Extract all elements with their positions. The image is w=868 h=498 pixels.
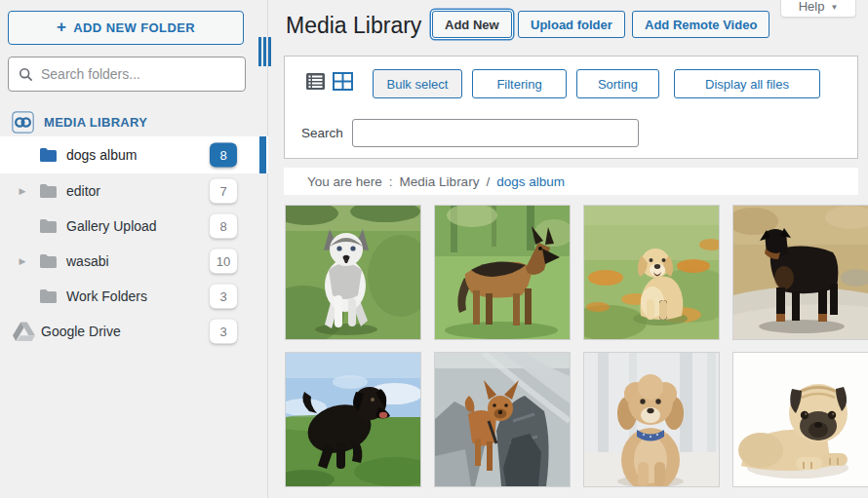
bulk-select-button[interactable]: Bulk select	[373, 69, 462, 98]
folder-count-badge: 8	[210, 143, 237, 168]
doodle-puppy-photo	[584, 353, 719, 486]
pug-photo	[733, 353, 868, 486]
german-shepherd-photo	[435, 206, 570, 339]
folder-label: Gallery Upload	[66, 218, 157, 234]
plus-icon: +	[57, 18, 66, 37]
folder-search-input[interactable]	[41, 66, 235, 82]
media-item-rottweiler[interactable]	[733, 206, 868, 339]
folder-row-work-folders[interactable]: Work Folders 3	[0, 279, 268, 314]
search-icon	[19, 67, 33, 82]
google-drive-icon	[13, 322, 35, 342]
media-search-label: Search	[301, 126, 343, 140]
media-library-root-label: MEDIA LIBRARY	[44, 115, 147, 130]
expand-caret-icon[interactable]: ▶	[17, 256, 28, 266]
folder-count-badge: 8	[210, 214, 237, 239]
folder-row-editor[interactable]: ▶ editor 7	[0, 173, 268, 209]
sidebar-resize-handle[interactable]	[258, 37, 272, 66]
media-item-doodle-puppy[interactable]	[584, 353, 719, 486]
add-new-button[interactable]: Add New	[432, 11, 512, 38]
selected-folder-indicator	[259, 136, 266, 173]
media-item-brown-dog[interactable]	[435, 353, 570, 486]
media-item-black-lab[interactable]	[286, 353, 420, 486]
media-item-golden-puppy[interactable]	[584, 206, 719, 339]
upload-folder-button[interactable]: Upload folder	[518, 11, 625, 38]
folder-tree: dogs album 8 ▶ editor 7 Gallery Upload 8…	[0, 136, 268, 349]
folder-label: Work Folders	[66, 288, 147, 304]
media-grid	[286, 206, 868, 486]
sorting-button[interactable]: Sorting	[576, 69, 659, 98]
media-item-husky[interactable]	[286, 206, 420, 339]
folder-sidebar: + ADD NEW FOLDER MEDIA LIBRARY dogs albu…	[0, 0, 268, 498]
media-item-pug[interactable]	[733, 353, 868, 486]
folder-row-gallery-upload[interactable]: Gallery Upload 8	[0, 209, 268, 244]
help-label: Help	[799, 0, 825, 14]
rottweiler-photo	[733, 206, 868, 339]
media-search-input[interactable]	[352, 119, 639, 147]
page-title: Media Library	[286, 12, 421, 39]
folder-icon	[39, 218, 58, 234]
filebird-logo-icon	[12, 111, 34, 134]
add-new-folder-label: ADD NEW FOLDER	[73, 20, 195, 35]
list-view-icon[interactable]	[306, 73, 325, 90]
folder-count-badge: 10	[210, 249, 237, 274]
golden-puppy-photo	[584, 206, 719, 339]
folder-row-wasabi[interactable]: ▶ wasabi 10	[0, 244, 268, 279]
folder-label: wasabi	[66, 253, 109, 269]
folder-icon	[39, 288, 58, 304]
filtering-button[interactable]: Filtering	[472, 69, 567, 98]
folder-search-box	[8, 57, 246, 92]
black-lab-photo	[286, 353, 420, 486]
breadcrumb-current-folder[interactable]: dogs album	[496, 174, 565, 189]
brown-dog-photo	[435, 353, 570, 486]
help-dropdown[interactable]: Help ▼	[780, 0, 856, 18]
breadcrumb-separator: /	[486, 174, 490, 189]
media-toolbar: Bulk select Filtering Sorting Display al…	[284, 56, 858, 159]
folder-icon	[39, 147, 58, 163]
breadcrumb: You are here : Media Library / dogs albu…	[284, 168, 858, 195]
add-new-folder-button[interactable]: + ADD NEW FOLDER	[8, 11, 244, 45]
husky-photo	[286, 206, 420, 339]
breadcrumb-prefix: You are here	[307, 174, 382, 189]
folder-icon	[39, 183, 58, 199]
help-caret-icon: ▼	[830, 3, 838, 14]
breadcrumb-colon: :	[389, 174, 393, 189]
media-library-root[interactable]: MEDIA LIBRARY	[12, 109, 147, 134]
add-remote-video-button[interactable]: Add Remote Video	[632, 11, 769, 38]
folder-count-badge: 3	[210, 285, 237, 309]
breadcrumb-root[interactable]: Media Library	[400, 174, 480, 189]
folder-count-badge: 7	[210, 179, 237, 204]
google-drive-label: Google Drive	[41, 324, 121, 339]
folder-count-badge: 3	[210, 320, 237, 344]
media-item-german-shepherd[interactable]	[435, 206, 570, 339]
google-drive-row[interactable]: Google Drive 3	[0, 314, 268, 349]
folder-label: dogs album	[66, 147, 137, 163]
folder-label: editor	[66, 183, 100, 199]
grid-view-icon[interactable]	[333, 72, 353, 91]
folder-icon	[39, 253, 58, 269]
expand-caret-icon[interactable]: ▶	[17, 186, 28, 196]
folder-row-dogs-album[interactable]: dogs album 8	[0, 136, 268, 173]
display-all-files-button[interactable]: Display all files	[674, 69, 820, 98]
